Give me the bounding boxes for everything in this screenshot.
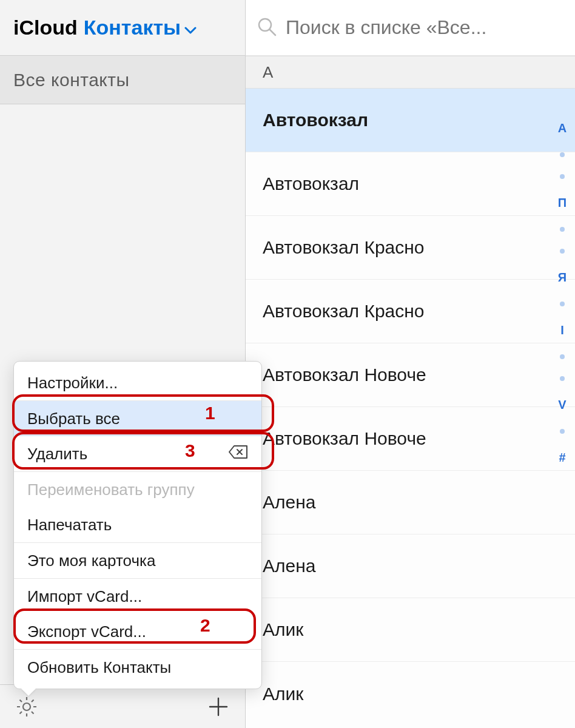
index-letter[interactable]: I [560,323,564,337]
contact-row[interactable]: Алена [246,471,575,534]
index-dot [560,174,565,179]
index-letter[interactable]: Я [558,271,567,285]
contact-row[interactable]: Алена [246,534,575,598]
svg-point-0 [23,703,30,710]
menu-item-label: Удалить [27,445,87,463]
menu-item-label: Импорт vCard... [27,587,142,606]
index-dot [560,376,565,381]
menu-item-label: Напечатать [27,516,112,534]
menu-item-label: Настройки... [27,374,118,393]
search-icon [257,16,277,39]
index-dot [560,152,565,157]
sidebar-footer [0,684,245,728]
contact-row[interactable]: Автовокзал [246,89,575,152]
index-letter[interactable]: # [559,451,565,465]
contact-name: Автовокзал [263,110,368,130]
menu-item[interactable]: Настройки... [14,365,261,400]
index-dot [560,249,565,254]
app-switcher-dropdown[interactable]: Контакты [84,16,197,39]
main-panel: А АвтовокзалАвтовокзалАвтовокзал КрасноА… [246,0,575,728]
index-dot [560,227,565,232]
contact-name: Автовокзал Красно [263,301,425,322]
contact-name: Автовокзал [263,174,359,194]
chevron-down-icon [184,16,197,39]
brand-label: iCloud [13,16,78,39]
menu-item[interactable]: Экспорт vCard... [14,614,261,649]
contact-name: Алик [263,619,303,640]
contact-row[interactable]: Автовокзал Новоче [246,343,575,407]
menu-item-label: Переименовать группу [27,480,195,499]
gear-icon[interactable] [15,695,39,719]
sidebar-item-label: Все контакты [13,70,130,90]
menu-item-label: Это моя карточка [27,551,155,570]
contact-row[interactable]: Автовокзал [246,152,575,216]
contact-name: Алена [263,556,315,576]
svg-line-2 [270,30,275,35]
index-letter[interactable]: П [558,196,567,210]
menu-item-label: Экспорт vCard... [27,622,146,641]
sidebar-item-all-contacts[interactable]: Все контакты [0,56,245,104]
index-dot [560,302,565,306]
menu-item-label: Обновить Контакты [27,658,171,677]
settings-menu: Настройки...Выбрать всеУдалитьПереименов… [13,361,262,689]
contact-name: Автовокзал Новоче [263,428,426,449]
dropdown-label: Контакты [84,16,181,39]
contact-name: Алена [263,492,315,513]
index-dot [560,429,565,434]
index-dot [560,354,565,359]
search-bar [246,0,575,56]
menu-item-label: Выбрать все [27,410,120,428]
menu-item[interactable]: Импорт vCard... [14,579,261,614]
contact-row[interactable]: Алик [246,662,575,726]
menu-item[interactable]: Это моя карточка [14,543,261,578]
contact-row[interactable]: Автовокзал Красно [246,280,575,343]
backspace-icon [229,445,248,463]
menu-item[interactable]: Напечатать [14,507,261,542]
index-rail[interactable]: АПЯIV# [553,121,571,465]
contact-name: Автовокзал Красно [263,237,425,258]
contact-list: АвтовокзалАвтовокзалАвтовокзал КрасноАвт… [246,89,575,728]
menu-item[interactable]: Обновить Контакты [14,650,261,685]
index-letter[interactable]: V [558,398,566,412]
contact-row[interactable]: Алик [246,598,575,662]
menu-item[interactable]: Выбрать все [14,401,261,436]
menu-item: Переименовать группу [14,472,261,507]
svg-point-1 [259,19,271,31]
contact-row[interactable]: Автовокзал Красно [246,216,575,280]
search-input[interactable] [286,16,564,39]
contact-name: Алик [263,684,303,704]
sidebar-header: iCloud Контакты [0,0,245,56]
menu-item[interactable]: Удалить [14,436,261,471]
contact-row[interactable]: Автовокзал Новоче [246,407,575,471]
plus-icon[interactable] [206,695,230,719]
contact-name: Автовокзал Новоче [263,365,426,385]
section-letter: А [246,56,575,89]
index-letter[interactable]: А [558,121,567,135]
